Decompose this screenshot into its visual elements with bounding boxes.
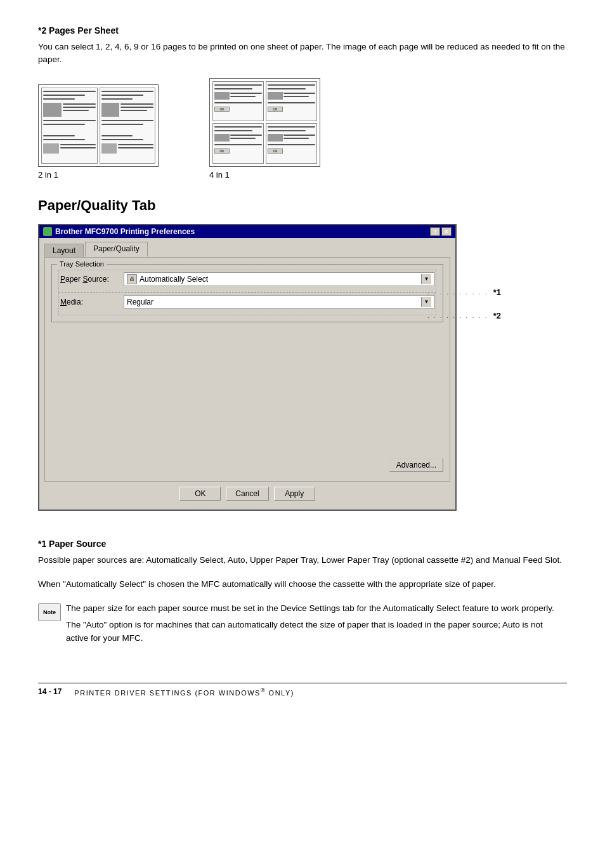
annotation-star2: *2	[493, 311, 501, 320]
mini-page-right	[100, 88, 156, 164]
4in1-mock-page: OK OK	[209, 78, 320, 167]
advanced-button[interactable]: Advanced...	[389, 458, 443, 472]
pages-per-sheet-heading: *2 Pages Per Sheet	[38, 25, 567, 36]
4in1-label: 4 in 1	[209, 170, 230, 180]
tab-layout[interactable]: Layout	[44, 244, 84, 257]
dialog-title-bar: Brother MFC9700 Printing Preferences ? ×	[39, 225, 455, 238]
dialog-title-buttons: ? ×	[430, 227, 452, 236]
dialog-annotations: . . . . . . . . . . *1 . . . . . . . . .…	[427, 287, 501, 320]
note-text1: The paper size for each paper source mus…	[66, 602, 567, 615]
page-footer: 14 - 17 PRINTER DRIVER SETTINGS (FOR WIN…	[38, 683, 567, 697]
paper-source-select[interactable]: 🖨 Automatically Select ▼	[124, 272, 434, 286]
dialog-footer: OK Cancel Apply	[39, 482, 455, 503]
mini-page-tr: OK	[266, 81, 317, 122]
annotation-1: . . . . . . . . . . *1	[427, 287, 501, 297]
ok-button[interactable]: OK	[179, 487, 221, 501]
paper-source-para1: Possible paper sources are: Automaticall…	[38, 554, 567, 567]
tray-selection-legend: Tray Selection	[57, 260, 107, 268]
mini-page-left	[41, 88, 98, 164]
dialog-title-text: Brother MFC9700 Printing Preferences	[55, 227, 195, 236]
mini-page-tl: OK	[212, 81, 264, 122]
media-row: Media: Regular ▼	[60, 294, 434, 310]
tray-selection-group: Tray Selection Paper Source: 🖨 Automatic…	[51, 264, 443, 322]
paper-source-row-dashed: Paper Source: 🖨 Automatically Select ▼	[58, 270, 436, 293]
paper-source-heading: *1 Paper Source	[38, 539, 567, 549]
2in1-mock-page	[38, 84, 159, 167]
dialog-window: Brother MFC9700 Printing Preferences ? ×…	[38, 224, 457, 511]
2in1-image-box: 2 in 1	[38, 84, 159, 180]
note-box: Note The paper size for each paper sourc…	[38, 602, 567, 645]
note-text-container: The paper size for each paper source mus…	[66, 602, 567, 645]
paper-source-arrow[interactable]: ▼	[421, 274, 431, 284]
2in1-label: 2 in 1	[38, 170, 58, 180]
note-icon: Note	[38, 603, 61, 621]
close-button[interactable]: ×	[441, 227, 452, 236]
4in1-image-box: OK OK	[209, 78, 320, 180]
paper-source-para2: When "Automatically Select" is chosen th…	[38, 578, 567, 591]
footer-chapter: PRINTER DRIVER SETTINGS (FOR WINDOWS® ON…	[74, 687, 294, 697]
media-row-dashed: Media: Regular ▼	[58, 293, 436, 315]
tab-paper-quality[interactable]: Paper/Quality	[85, 242, 148, 257]
printer-icon	[43, 227, 52, 236]
annotation-star1: *1	[493, 287, 501, 297]
mini-page-br: OK	[266, 123, 317, 164]
page-images-row: 2 in 1 OK	[38, 78, 567, 180]
note-text2: The "Auto" option is for machines that c…	[66, 619, 567, 645]
paper-source-value: Automatically Select	[140, 275, 421, 284]
paper-source-section: *1 Paper Source Possible paper sources a…	[38, 539, 567, 645]
dialog-content: Tray Selection Paper Source: 🖨 Automatic…	[44, 257, 450, 482]
paper-source-label: Paper Source:	[60, 275, 124, 284]
dialog-tabs: Layout Paper/Quality	[44, 242, 450, 257]
dialog-title-left: Brother MFC9700 Printing Preferences	[43, 227, 195, 236]
media-label: Media:	[60, 298, 124, 306]
annotation-2: . . . . . . . . . . *2	[427, 311, 501, 320]
media-select[interactable]: Regular ▼	[124, 295, 434, 309]
pages-per-sheet-section: *2 Pages Per Sheet You can select 1, 2, …	[38, 25, 567, 180]
cancel-button[interactable]: Cancel	[226, 487, 268, 501]
dialog-container: Brother MFC9700 Printing Preferences ? ×…	[38, 224, 457, 511]
dialog-empty-area	[51, 329, 443, 456]
footer-page-num: 14 - 17	[38, 687, 62, 696]
media-value: Regular	[127, 298, 421, 306]
paper-source-row: Paper Source: 🖨 Automatically Select ▼	[60, 271, 434, 287]
apply-button[interactable]: Apply	[274, 487, 315, 501]
help-button[interactable]: ?	[430, 227, 440, 236]
paper-quality-tab-heading: Paper/Quality Tab	[38, 197, 567, 214]
dialog-advanced-row: Advanced...	[51, 456, 443, 475]
printer-small-icon: 🖨	[127, 274, 137, 284]
pages-per-sheet-body: You can select 1, 2, 4, 6, 9 or 16 pages…	[38, 41, 567, 67]
mini-page-bl: OK	[212, 123, 264, 164]
